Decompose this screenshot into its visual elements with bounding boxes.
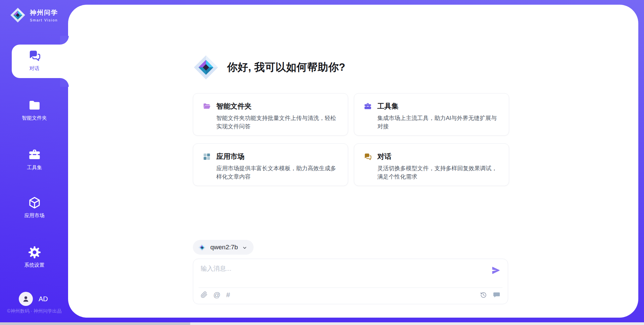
sidebar-item-label: 智能文件夹 [22, 115, 47, 121]
card-description: 智能文件夹功能支持批量文件上传与清洗，轻松实现文件问答 [216, 114, 339, 131]
brand-logo-block: 神州问学 Smart Vision [9, 7, 58, 23]
sidebar-item-label: 应用市场 [24, 212, 45, 219]
sidebar-item-chat[interactable]: 对话 [0, 49, 69, 72]
card-app-market[interactable]: 应用市场 应用市场提供丰富长文本模板，助力高效生成多样化文章内容 [193, 143, 348, 186]
app-window: 神州问学 Smart Vision 对话 智能文件夹 工具集 应用市场 系统设置… [0, 0, 644, 325]
message-input[interactable] [201, 264, 487, 284]
message-composer: @ # [193, 259, 508, 304]
horizontal-scrollbar-track[interactable] [0, 322, 644, 325]
greeting-text: 你好, 我可以如何帮助你? [227, 60, 345, 74]
folder-open-icon [203, 102, 211, 111]
gear-icon [28, 246, 41, 259]
diamond-logo-icon [192, 54, 220, 81]
card-description: 灵活切换多模型文件，支持多样回复效果调试，满足个性化需求 [377, 164, 500, 181]
sidebar-item-label: 对话 [30, 65, 40, 72]
sidebar-item-toolset[interactable]: 工具集 [0, 148, 69, 171]
card-description: 应用市场提供丰富长文本模板，助力高效生成多样化文章内容 [216, 164, 339, 181]
card-title: 对话 [377, 152, 391, 161]
composer-divider [199, 287, 502, 288]
send-icon [491, 266, 500, 275]
history-icon[interactable] [480, 291, 487, 299]
chat-icon [28, 49, 41, 62]
composer-tools-left: @ # [201, 291, 230, 298]
copyright-footer: ©神州数码 · 神州问学出品 [0, 308, 69, 314]
paperclip-icon[interactable] [201, 291, 208, 298]
folder-icon [28, 99, 41, 112]
user-name: AD [39, 295, 48, 303]
active-tab-fillet-bottom [60, 78, 69, 87]
hash-icon[interactable]: # [226, 291, 230, 298]
card-title: 智能文件夹 [216, 102, 252, 111]
chat-icon [364, 152, 372, 161]
sidebar-item-smart-folder[interactable]: 智能文件夹 [0, 99, 69, 121]
toolbox-icon [364, 102, 372, 111]
card-smart-folder[interactable]: 智能文件夹 智能文件夹功能支持批量文件上传与清洗，轻松实现文件问答 [193, 93, 348, 136]
cube-icon [28, 196, 41, 209]
composer-tools-right [480, 291, 500, 299]
greeting-block: 你好, 我可以如何帮助你? [192, 54, 345, 81]
model-name: qwen2:7b [210, 244, 238, 251]
sidebar-item-app-market[interactable]: 应用市场 [0, 196, 69, 219]
avatar [19, 292, 33, 306]
brand-title: 神州问学 [30, 8, 58, 17]
card-title: 应用市场 [216, 152, 245, 161]
model-selector[interactable]: qwen2:7b [193, 240, 254, 255]
chevron-down-icon [242, 245, 248, 251]
send-button[interactable] [491, 266, 500, 275]
brand-subtitle: Smart Vision [30, 18, 58, 22]
sidebar-item-label: 工具集 [27, 165, 42, 171]
card-chat[interactable]: 对话 灵活切换多模型文件，支持多样回复效果调试，满足个性化需求 [354, 143, 509, 186]
diamond-logo-icon [9, 7, 26, 23]
sidebar-item-label: 系统设置 [24, 262, 45, 268]
person-icon [22, 295, 30, 303]
card-title: 工具集 [377, 102, 398, 111]
card-description: 集成市场上主流工具，助力AI与外界无缝扩展与对接 [377, 114, 500, 131]
user-account[interactable]: AD [19, 292, 48, 306]
horizontal-scrollbar-thumb[interactable] [0, 322, 190, 325]
mention-icon[interactable]: @ [213, 291, 220, 298]
active-tab-fillet-top [60, 36, 69, 45]
sidebar-item-settings[interactable]: 系统设置 [0, 246, 69, 268]
feature-cards: 智能文件夹 智能文件夹功能支持批量文件上传与清洗，轻松实现文件问答 工具集 集成… [193, 93, 509, 186]
toolbox-icon [28, 148, 41, 161]
chat-bubble-icon[interactable] [493, 291, 500, 299]
grid-icon [203, 152, 211, 161]
card-toolset[interactable]: 工具集 集成市场上主流工具，助力AI与外界无缝扩展与对接 [354, 93, 509, 136]
diamond-logo-icon [198, 243, 206, 252]
